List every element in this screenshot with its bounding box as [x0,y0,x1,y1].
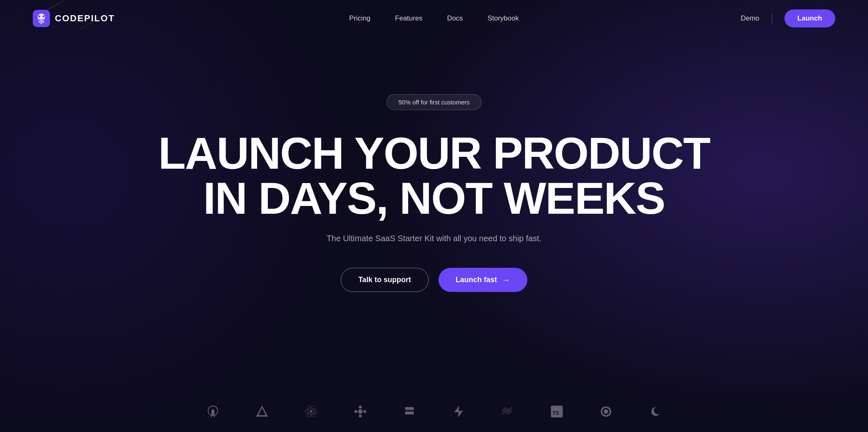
logo-icon [33,10,50,27]
svg-rect-5 [40,23,43,24]
hero-subtitle: The Ultimate SaaS Starter Kit with all y… [327,234,542,243]
nav-features[interactable]: Features [395,14,423,23]
svg-point-2 [38,16,41,18]
typescript-icon: TS [549,403,565,420]
nav-links: Pricing Features Docs Storybook [349,14,519,23]
nav-pricing[interactable]: Pricing [349,14,371,23]
svg-rect-4 [38,21,44,23]
tailwind-icon [500,403,516,420]
react-icon [303,403,319,420]
svg-point-3 [43,16,45,18]
nav-demo[interactable]: Demo [741,14,759,23]
moon-icon [647,403,663,420]
talk-to-support-button[interactable]: Talk to support [341,268,429,292]
hero-title-line1: LAUNCH YOUR PRODUCT [158,128,710,178]
svg-point-14 [363,410,366,413]
navbar: CODEPILOT Pricing Features Docs Storyboo… [0,0,868,37]
nav-storybook[interactable]: Storybook [488,14,519,23]
svg-point-10 [358,409,363,414]
radix-icon [352,403,368,420]
launch-fast-label: Launch fast [456,276,497,284]
svg-text:TS: TS [552,410,559,416]
svg-rect-15 [405,407,414,410]
bolt-icon [450,403,467,420]
hero-section: 50% off for first customers LAUNCH YOUR … [0,37,868,292]
hero-title: LAUNCH YOUR PRODUCT IN DAYS, NOT WEEKS [158,131,710,221]
layers-icon [401,403,418,420]
svg-point-12 [359,414,362,417]
svg-point-11 [359,406,362,409]
postgres-icon [205,403,221,420]
logo-text: CODEPILOT [55,13,115,24]
nav-actions: Demo Launch [741,9,835,27]
prisma-icon [254,403,270,420]
launch-fast-button[interactable]: Launch fast → [439,268,527,292]
launch-fast-arrow: → [502,275,510,285]
nav-launch-button[interactable]: Launch [784,9,835,27]
svg-point-13 [355,410,357,413]
svg-point-6 [310,410,312,412]
promo-badge[interactable]: 50% off for first customers [387,94,481,110]
openai-icon [598,403,614,420]
hero-buttons: Talk to support Launch fast → [341,268,527,292]
nav-divider [772,14,772,23]
svg-rect-16 [405,412,414,414]
hero-title-line2: IN DAYS, NOT WEEKS [203,173,665,223]
nav-docs[interactable]: Docs [447,14,463,23]
logo[interactable]: CODEPILOT [33,10,115,27]
tech-icons-bar: TS [0,391,868,432]
